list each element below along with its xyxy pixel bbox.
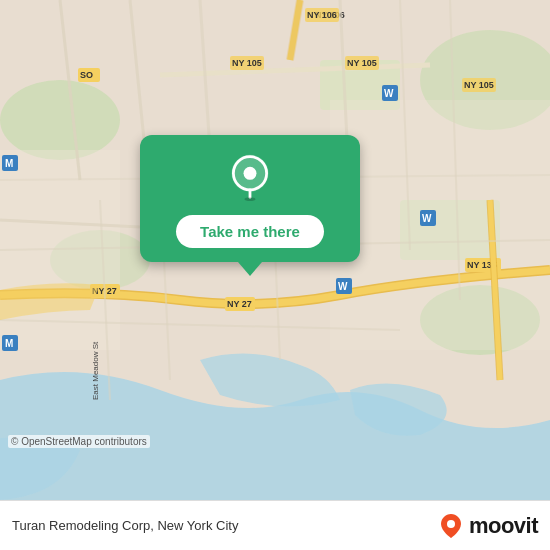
svg-text:NY 27: NY 27 xyxy=(227,299,252,309)
moovit-logo-icon xyxy=(437,512,465,540)
svg-text:NY 106: NY 106 xyxy=(307,10,337,20)
svg-text:W: W xyxy=(338,281,348,292)
svg-text:East Meadow St: East Meadow St xyxy=(91,341,100,400)
svg-text:M: M xyxy=(5,158,13,169)
location-card: Take me there xyxy=(140,135,360,262)
svg-rect-8 xyxy=(330,100,550,350)
svg-text:NY 105: NY 105 xyxy=(464,80,494,90)
bottom-bar: Turan Remodeling Corp, New York City moo… xyxy=(0,500,550,550)
moovit-text-label: moovit xyxy=(469,513,538,539)
svg-text:W: W xyxy=(384,88,394,99)
svg-text:M: M xyxy=(5,338,13,349)
location-label: Turan Remodeling Corp, New York City xyxy=(12,518,238,533)
svg-text:NY 105: NY 105 xyxy=(232,58,262,68)
map-container: NY 106 NY 106 NY 105 NY 105 NY 27 NY 27 … xyxy=(0,0,550,500)
svg-point-57 xyxy=(244,167,257,180)
moovit-logo: moovit xyxy=(437,512,538,540)
card-pointer xyxy=(238,262,262,276)
button-overlay: Take me there xyxy=(140,135,360,276)
svg-point-1 xyxy=(0,80,120,160)
location-pin-icon xyxy=(226,153,274,201)
svg-text:NY 105: NY 105 xyxy=(347,58,377,68)
svg-point-58 xyxy=(244,197,255,201)
svg-point-59 xyxy=(447,520,455,528)
take-me-there-button[interactable]: Take me there xyxy=(176,215,324,248)
svg-text:SO: SO xyxy=(80,70,93,80)
svg-text:W: W xyxy=(422,213,432,224)
osm-credit: © OpenStreetMap contributors xyxy=(8,435,150,448)
